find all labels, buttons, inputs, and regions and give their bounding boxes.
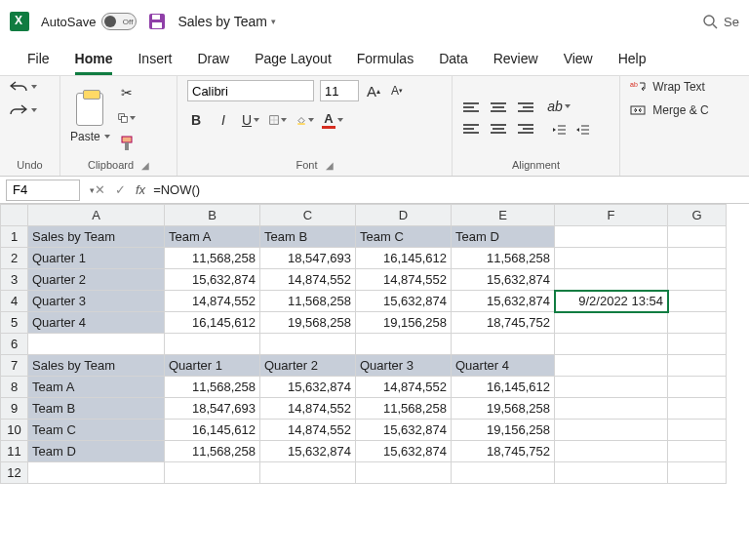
cell-E10[interactable]: 19,156,258 [452, 420, 555, 441]
cell-D11[interactable]: 15,632,874 [356, 441, 452, 462]
cell-D1[interactable]: Team C [356, 226, 452, 248]
undo-button[interactable] [10, 80, 37, 94]
spreadsheet-grid[interactable]: ABCDEFG1Sales by TeamTeam ATeam BTeam CT… [0, 204, 727, 484]
cell-B1[interactable]: Team A [165, 226, 260, 248]
tab-help[interactable]: Help [618, 51, 647, 75]
cell-E1[interactable]: Team D [452, 226, 555, 248]
cell-F1[interactable] [555, 226, 668, 248]
cell-D7[interactable]: Quarter 3 [356, 355, 452, 377]
align-bottom-center-icon[interactable] [490, 120, 507, 138]
cell-E2[interactable]: 11,568,258 [452, 248, 555, 269]
cell-C1[interactable]: Team B [260, 226, 356, 248]
cell-A1[interactable]: Sales by Team [28, 226, 165, 248]
cell-D10[interactable]: 15,632,874 [356, 420, 452, 441]
paste-button[interactable]: Paste [70, 93, 110, 143]
cut-icon[interactable]: ✂ [118, 84, 136, 101]
cell-C6[interactable] [260, 334, 356, 355]
tab-file[interactable]: File [27, 51, 50, 75]
row-header-7[interactable]: 7 [1, 355, 28, 377]
cell-C9[interactable]: 14,874,552 [260, 398, 356, 420]
row-header-6[interactable]: 6 [1, 334, 28, 355]
cell-E3[interactable]: 15,632,874 [452, 269, 555, 291]
cell-G2[interactable] [668, 248, 727, 269]
cell-B5[interactable]: 16,145,612 [165, 312, 260, 334]
cell-G10[interactable] [668, 420, 727, 441]
cell-D4[interactable]: 15,632,874 [356, 291, 452, 312]
cell-E5[interactable]: 18,745,752 [452, 312, 555, 334]
cell-E6[interactable] [452, 334, 555, 355]
save-icon[interactable] [148, 13, 166, 30]
row-header-8[interactable]: 8 [1, 377, 28, 398]
cancel-formula-icon[interactable]: ✕ [95, 182, 105, 197]
cell-D5[interactable]: 19,156,258 [356, 312, 452, 334]
cell-E9[interactable]: 19,568,258 [452, 398, 555, 420]
autosave-switch[interactable]: Off [101, 13, 137, 30]
column-header-C[interactable]: C [260, 205, 356, 226]
cell-B2[interactable]: 11,568,258 [165, 248, 260, 269]
document-title[interactable]: Sales by Team ▾ [177, 14, 276, 29]
tab-home[interactable]: Home [75, 51, 113, 75]
cell-G7[interactable] [668, 355, 727, 377]
row-header-12[interactable]: 12 [1, 462, 28, 484]
tab-review[interactable]: Review [493, 51, 538, 75]
cell-G8[interactable] [668, 377, 727, 398]
column-header-A[interactable]: A [28, 205, 165, 226]
merge-center-button[interactable]: Merge & C [630, 103, 709, 117]
increase-indent-icon[interactable] [573, 121, 591, 139]
align-top-center-icon[interactable] [490, 99, 507, 116]
cell-A8[interactable]: Team A [28, 377, 165, 398]
cell-G4[interactable] [668, 291, 727, 312]
italic-button[interactable]: I [215, 111, 232, 129]
redo-button[interactable] [10, 103, 37, 117]
cell-A9[interactable]: Team B [28, 398, 165, 420]
cell-D9[interactable]: 11,568,258 [356, 398, 452, 420]
cell-B11[interactable]: 11,568,258 [165, 441, 260, 462]
cell-F8[interactable] [555, 377, 668, 398]
cell-B6[interactable] [165, 334, 260, 355]
cell-F10[interactable] [555, 420, 668, 441]
bold-button[interactable]: B [187, 111, 205, 129]
column-header-B[interactable]: B [165, 205, 260, 226]
search-box[interactable]: Se [702, 14, 739, 29]
cell-A2[interactable]: Quarter 1 [28, 248, 165, 269]
formula-bar[interactable]: =NOW() [153, 182, 200, 197]
underline-button[interactable]: U [242, 111, 259, 129]
cell-G9[interactable] [668, 398, 727, 420]
cell-B4[interactable]: 14,874,552 [165, 291, 260, 312]
cell-B12[interactable] [165, 462, 260, 484]
cell-A4[interactable]: Quarter 3 [28, 291, 165, 312]
align-top-right-icon[interactable] [517, 99, 534, 116]
cell-C7[interactable]: Quarter 2 [260, 355, 356, 377]
cell-B10[interactable]: 16,145,612 [165, 420, 260, 441]
cell-F12[interactable] [555, 462, 668, 484]
cell-G5[interactable] [668, 312, 727, 334]
cell-A6[interactable] [28, 334, 165, 355]
cell-A7[interactable]: Sales by Team [28, 355, 165, 377]
cell-B3[interactable]: 15,632,874 [165, 269, 260, 291]
font-color-button[interactable]: A [324, 111, 341, 129]
align-bottom-left-icon[interactable] [462, 120, 480, 138]
cell-D3[interactable]: 14,874,552 [356, 269, 452, 291]
decrease-font-icon[interactable]: A▾ [388, 82, 406, 100]
cell-C12[interactable] [260, 462, 356, 484]
cell-G12[interactable] [668, 462, 727, 484]
cell-C2[interactable]: 18,547,693 [260, 248, 356, 269]
cell-D6[interactable] [356, 334, 452, 355]
cell-E11[interactable]: 18,745,752 [452, 441, 555, 462]
font-size-input[interactable] [320, 80, 359, 101]
cell-G3[interactable] [668, 269, 727, 291]
cell-C3[interactable]: 14,874,552 [260, 269, 356, 291]
increase-font-icon[interactable]: A▴ [365, 82, 382, 100]
cell-D2[interactable]: 16,145,612 [356, 248, 452, 269]
cell-F6[interactable] [555, 334, 668, 355]
fx-icon[interactable]: fx [136, 182, 145, 197]
cell-B7[interactable]: Quarter 1 [165, 355, 260, 377]
tab-data[interactable]: Data [439, 51, 468, 75]
cell-A5[interactable]: Quarter 4 [28, 312, 165, 334]
cell-C4[interactable]: 11,568,258 [260, 291, 356, 312]
dialog-launcher-icon[interactable]: ◢ [326, 160, 334, 171]
row-header-3[interactable]: 3 [1, 269, 28, 291]
name-box[interactable] [6, 180, 80, 201]
row-header-9[interactable]: 9 [1, 398, 28, 420]
cell-G6[interactable] [668, 334, 727, 355]
